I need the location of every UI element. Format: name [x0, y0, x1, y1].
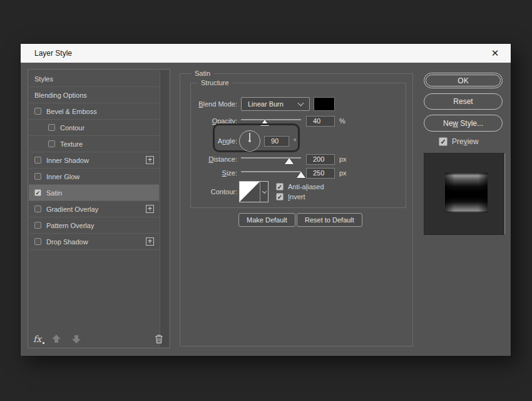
sidebar-item-label: Inner Glow [46, 173, 79, 180]
sidebar-item-label: Pattern Overlay [46, 222, 94, 229]
sidebar-item-label: Drop Shadow [46, 238, 88, 246]
sidebar-item-blending-options[interactable]: Blending Options [29, 87, 159, 103]
contour-dropdown[interactable] [260, 182, 268, 202]
sidebar-item-inner-glow[interactable]: Inner Glow [29, 169, 159, 185]
sidebar-item-label: Bevel & Emboss [46, 108, 97, 115]
opacity-row: Opacity: 40 % [191, 115, 403, 127]
opacity-label: Opacity: [191, 117, 237, 125]
checkbox-unchecked[interactable] [48, 124, 55, 131]
add-effect-icon[interactable]: + [146, 237, 154, 246]
anti-aliased-option[interactable]: ✓ Anti-aliased [276, 182, 324, 192]
size-unit: px [339, 169, 347, 177]
size-label: Size: [191, 169, 237, 177]
make-default-button[interactable]: Make Default [238, 213, 295, 227]
checkbox-unchecked[interactable] [34, 206, 41, 212]
layer-style-dialog: Layer Style ✕ Styles Blending Options Be… [21, 44, 511, 356]
dialog-titlebar: Layer Style ✕ [21, 44, 511, 63]
styles-list-toolbar: fx [33, 332, 166, 346]
size-row: Size: 250 px [191, 167, 403, 179]
styles-list-scrollbar [160, 70, 169, 347]
blend-mode-row: Blend Mode: Linear Burn [191, 96, 403, 111]
checkbox-unchecked[interactable] [34, 157, 41, 164]
opacity-slider[interactable] [241, 116, 301, 126]
delete-effect-icon[interactable] [154, 334, 164, 344]
satin-group-title: Satin [192, 70, 213, 77]
sidebar-item-label: Contour [60, 124, 84, 132]
sidebar-item-label: Satin [46, 189, 62, 197]
contour-label: Contour: [191, 188, 237, 195]
styles-list: Styles Blending Options Bevel & Emboss C… [29, 71, 159, 250]
angle-input[interactable]: 90 [264, 136, 289, 147]
distance-label: Distance: [191, 155, 237, 163]
structure-group-title: Structure [198, 79, 232, 86]
checkbox-unchecked[interactable] [34, 173, 41, 180]
preview-toggle[interactable]: ✓ Preview [439, 137, 479, 146]
checkbox-unchecked[interactable] [34, 108, 41, 115]
move-effect-down-icon[interactable] [71, 335, 81, 343]
slider-thumb[interactable] [297, 172, 305, 178]
add-effect-icon[interactable]: + [146, 156, 154, 164]
invert-option[interactable]: ✓ Invert [276, 192, 324, 202]
move-effect-up-icon[interactable] [51, 335, 61, 343]
sidebar-item-drop-shadow[interactable]: Drop Shadow + [29, 234, 159, 250]
sidebar-item-contour[interactable]: Contour [29, 120, 159, 136]
checkbox-checked[interactable]: ✓ [276, 183, 284, 190]
sidebar-item-label: Inner Shadow [46, 157, 89, 164]
blend-mode-value: Linear Burn [248, 100, 284, 108]
blend-mode-label: Blend Mode: [191, 100, 237, 108]
satin-preview-thumbnail [445, 173, 488, 212]
sidebar-item-label: Styles [34, 75, 53, 83]
distance-slider[interactable] [241, 154, 301, 164]
chevron-down-icon [298, 100, 304, 106]
slider-thumb[interactable] [285, 158, 294, 164]
checkbox-unchecked[interactable] [34, 238, 41, 245]
angle-dial[interactable] [239, 130, 260, 152]
slider-thumb[interactable] [260, 120, 269, 126]
sidebar-item-inner-shadow[interactable]: Inner Shadow + [29, 152, 159, 169]
add-effect-icon[interactable]: + [146, 205, 154, 213]
blend-mode-select[interactable]: Linear Burn [241, 97, 310, 111]
opacity-input[interactable]: 40 [306, 116, 335, 127]
sidebar-item-styles[interactable]: Styles [29, 71, 159, 87]
sidebar-item-bevel-emboss[interactable]: Bevel & Emboss [29, 103, 159, 120]
close-icon[interactable]: ✕ [488, 46, 502, 60]
checkbox-checked[interactable]: ✓ [34, 189, 41, 196]
angle-row: Angle: 90 ° [191, 128, 403, 154]
styles-list-panel: Styles Blending Options Bevel & Emboss C… [28, 69, 170, 348]
size-slider[interactable] [241, 168, 301, 178]
distance-row: Distance: 200 px [191, 154, 403, 165]
reset-button[interactable]: Reset [424, 93, 503, 110]
preview-label: Preview [452, 137, 479, 146]
sidebar-item-gradient-overlay[interactable]: Gradient Overlay + [29, 201, 159, 217]
checkbox-checked[interactable]: ✓ [276, 193, 284, 200]
size-input[interactable]: 250 [306, 168, 335, 179]
angle-label: Angle: [191, 137, 237, 145]
checkbox-checked[interactable]: ✓ [439, 137, 448, 146]
fx-icon: fx [33, 334, 41, 344]
sidebar-item-label: Gradient Overlay [46, 206, 98, 213]
slider-track [241, 171, 301, 172]
distance-unit: px [339, 155, 347, 163]
sidebar-item-pattern-overlay[interactable]: Pattern Overlay [29, 217, 159, 234]
sidebar-item-label: Texture [60, 140, 83, 148]
dialog-title: Layer Style [21, 49, 72, 58]
contour-picker[interactable] [239, 181, 269, 202]
satin-color-swatch[interactable] [314, 97, 335, 111]
contour-options: ✓ Anti-aliased ✓ Invert [276, 182, 324, 202]
new-style-button[interactable]: New Style... [424, 115, 503, 132]
checkbox-unchecked[interactable] [34, 222, 41, 229]
chevron-down-icon [262, 189, 267, 194]
fx-menu-button[interactable]: fx [33, 334, 41, 344]
checkbox-unchecked[interactable] [48, 140, 55, 147]
sidebar-item-texture[interactable]: Texture [29, 136, 159, 152]
reset-to-default-button[interactable]: Reset to Default [297, 213, 362, 227]
effect-preview-panel [424, 153, 505, 235]
contour-thumbnail[interactable] [240, 182, 260, 202]
sidebar-item-satin[interactable]: ✓ Satin [29, 185, 159, 201]
structure-group: Structure Blend Mode: Linear Burn Opacit… [190, 83, 406, 208]
distance-input[interactable]: 200 [306, 154, 335, 165]
angle-center-dot [248, 140, 251, 142]
ok-button[interactable]: OK [424, 73, 503, 88]
photoshop-canvas: { "window": { "title": "Layer Style" }, … [0, 0, 532, 401]
sidebar-item-label: Blending Options [34, 91, 87, 99]
